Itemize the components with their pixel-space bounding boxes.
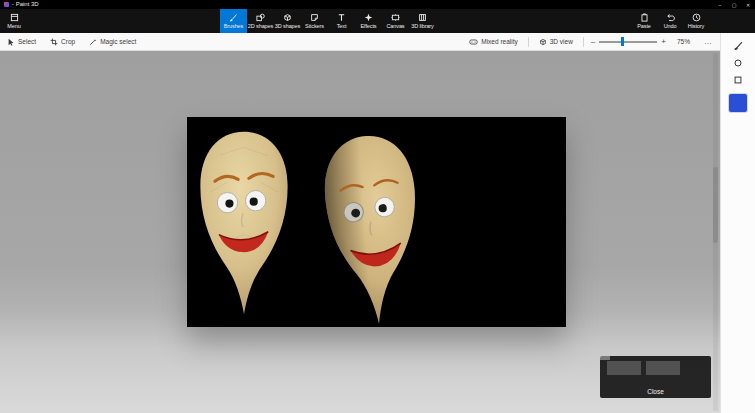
minimize-button[interactable]: –	[713, 0, 727, 9]
canvas-icon	[391, 13, 400, 22]
3d-view-icon	[539, 38, 547, 46]
model-head-left[interactable]	[190, 126, 298, 320]
mixed-reality-label: Mixed reality	[481, 38, 517, 45]
brush-icon	[733, 40, 744, 51]
tab-label: Stickers	[305, 23, 324, 29]
history-button[interactable]: History	[683, 9, 709, 33]
app-logo-icon	[4, 2, 9, 7]
side-panel	[720, 33, 755, 413]
3d-view-label: 3D view	[550, 38, 573, 45]
text-icon	[337, 13, 346, 22]
tab-3d-library[interactable]: 3D library	[409, 9, 436, 33]
marker-icon	[733, 58, 743, 68]
zoom-slider[interactable]	[599, 36, 657, 47]
select-icon	[7, 38, 15, 46]
model-head-right[interactable]	[306, 126, 438, 334]
tab-label: Brushes	[224, 23, 243, 29]
undo-label: Undo	[664, 23, 677, 29]
tab-label: 3D shapes	[275, 23, 300, 29]
menu-button[interactable]: Menu	[1, 9, 27, 33]
ribbon-actions: Paste Undo History	[631, 9, 709, 33]
crop-label: Crop	[61, 38, 75, 45]
panel-marker-button[interactable]	[733, 58, 743, 68]
tab-brushes[interactable]: Brushes	[220, 9, 247, 33]
zoom-in-button[interactable]: +	[657, 37, 670, 46]
canvas[interactable]	[187, 117, 566, 327]
2d-shapes-icon	[256, 13, 265, 22]
maximize-button[interactable]: ▢	[727, 0, 741, 9]
3d-shapes-icon	[283, 13, 292, 22]
scrollbar-thumb[interactable]	[713, 167, 718, 243]
titlebar: - Paint 3D – ▢ ✕	[0, 0, 755, 9]
tab-text[interactable]: Text	[328, 9, 355, 33]
magic-select-icon	[89, 38, 97, 46]
history-icon	[692, 13, 701, 22]
window-controls: – ▢ ✕	[713, 0, 755, 9]
overlay-thumbnail	[646, 361, 680, 375]
main-area: Select Crop Magic select	[0, 33, 755, 413]
window-title: - Paint 3D	[12, 0, 39, 9]
menu-icon	[10, 13, 19, 22]
tab-label: Effects	[360, 23, 376, 29]
undo-icon	[666, 13, 675, 22]
overlay-thumbnail	[607, 361, 641, 375]
magic-select-label: Magic select	[100, 38, 136, 45]
tab-stickers[interactable]: Stickers	[301, 9, 328, 33]
history-label: History	[688, 23, 704, 29]
tab-label: Canvas	[386, 23, 404, 29]
select-button[interactable]: Select	[0, 33, 43, 50]
notification-overlay: Close	[600, 356, 711, 398]
zoom-out-button[interactable]: –	[587, 37, 599, 46]
tab-label: 2D shapes	[248, 23, 273, 29]
brushes-icon	[229, 13, 238, 22]
toolbar: Select Crop Magic select	[0, 33, 720, 51]
3d-view-button[interactable]: 3D view	[532, 33, 580, 50]
tab-label: 3D library	[411, 23, 434, 29]
stickers-icon	[310, 13, 319, 22]
zoom-level[interactable]: 75%	[670, 38, 697, 45]
zoom-slider-track	[599, 41, 657, 43]
tab-label: Text	[337, 23, 347, 29]
tab-3d-shapes[interactable]: 3D shapes	[274, 9, 301, 33]
tab-canvas[interactable]: Canvas	[382, 9, 409, 33]
pixel-pen-icon	[733, 75, 743, 85]
paint-3d-app: - Paint 3D – ▢ ✕ Menu Brushes	[0, 0, 755, 413]
select-label: Select	[18, 38, 36, 45]
magic-select-button[interactable]: Magic select	[82, 33, 143, 50]
ribbon-tabs: Brushes 2D shapes 3D shapes Stickers	[220, 9, 436, 33]
panel-pixel-pen-button[interactable]	[733, 75, 743, 85]
paste-button[interactable]: Paste	[631, 9, 657, 33]
color-swatch[interactable]	[729, 94, 747, 112]
undo-button[interactable]: Undo	[657, 9, 683, 33]
menu-label: Menu	[7, 23, 20, 29]
crop-icon	[50, 38, 58, 46]
overlay-close-button[interactable]: Close	[600, 385, 711, 398]
mixed-reality-icon	[469, 38, 478, 46]
viewport-3d[interactable]: Close	[0, 51, 720, 413]
3d-library-icon	[418, 13, 427, 22]
tab-2d-shapes[interactable]: 2D shapes	[247, 9, 274, 33]
close-button[interactable]: ✕	[741, 0, 755, 9]
overlay-corner-glyph	[600, 356, 610, 360]
tab-effects[interactable]: Effects	[355, 9, 382, 33]
paste-icon	[640, 13, 649, 22]
ribbon: Menu Brushes 2D shapes 3D shapes	[0, 9, 755, 33]
zoom-slider-thumb[interactable]	[621, 37, 624, 46]
crop-button[interactable]: Crop	[43, 33, 82, 50]
more-options-button[interactable]: …	[697, 37, 720, 46]
toolbar-divider	[583, 37, 584, 47]
paste-label: Paste	[637, 23, 651, 29]
effects-icon	[364, 13, 373, 22]
vertical-scrollbar[interactable]	[713, 53, 718, 411]
panel-brush-button[interactable]	[733, 40, 744, 51]
toolbar-divider	[528, 37, 529, 47]
mixed-reality-button[interactable]: Mixed reality	[462, 33, 524, 50]
workspace-column: Select Crop Magic select	[0, 33, 720, 413]
overlay-content	[600, 356, 711, 385]
